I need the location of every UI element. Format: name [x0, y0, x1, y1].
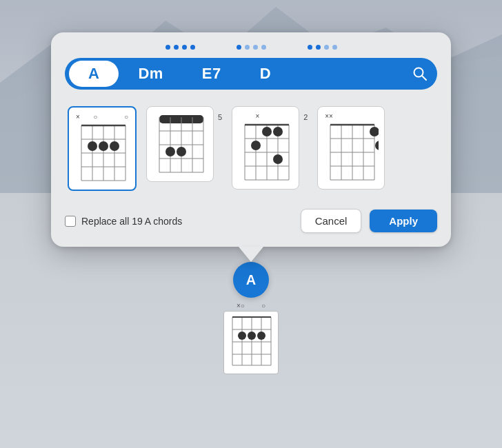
- dot-2-1: [237, 45, 241, 50]
- svg-point-65: [238, 332, 246, 340]
- dot-1-4: [190, 45, 195, 50]
- pagination-dots: [65, 45, 437, 50]
- fret-number-3: 2: [302, 106, 308, 121]
- svg-point-40: [273, 127, 283, 136]
- chord-diagram-3[interactable]: ×: [232, 106, 299, 190]
- dot-3-2: [316, 45, 321, 50]
- dot-3-3: [324, 45, 329, 50]
- svg-point-28: [177, 147, 186, 156]
- checkbox-area: Replace all 19 A chords: [65, 216, 292, 227]
- search-button[interactable]: [407, 63, 433, 84]
- chord-tab-d[interactable]: D: [241, 61, 290, 87]
- svg-line-3: [422, 76, 426, 80]
- chord-diagram-2-wrapper: 5: [146, 106, 222, 182]
- svg-point-14: [88, 141, 97, 151]
- svg-point-42: [273, 154, 283, 164]
- mini-chord-diagram: [223, 311, 279, 374]
- dot-2-3: [253, 45, 258, 50]
- dot-1-3: [182, 45, 187, 50]
- guitar-grid-2: [152, 114, 208, 176]
- chord-diagrams: × ○ ○: [65, 101, 437, 196]
- dialog-pointer: [239, 247, 263, 262]
- svg-point-66: [248, 332, 256, 340]
- dot-3-1: [308, 45, 312, 50]
- fret-markers-4: ××: [323, 112, 379, 120]
- cancel-button[interactable]: Cancel: [301, 209, 362, 233]
- mini-chord-markers: ×○ ○: [237, 302, 265, 309]
- chord-tab-e7[interactable]: E7: [183, 61, 241, 87]
- chord-tab-a[interactable]: A: [69, 61, 119, 87]
- dot-group-1: [165, 45, 195, 50]
- apply-button[interactable]: Apply: [370, 210, 437, 232]
- guitar-grid-4: [323, 121, 379, 183]
- fret-markers-1: × ○ ○: [74, 113, 130, 121]
- fret-number-2: 5: [217, 106, 222, 121]
- content-wrapper: A Dm E7 D × ○ ○: [51, 32, 451, 374]
- chord-diagram-1[interactable]: × ○ ○: [68, 106, 137, 191]
- svg-point-41: [251, 141, 261, 150]
- chord-bar: A Dm E7 D: [65, 58, 437, 90]
- dot-1-1: [165, 45, 170, 50]
- dot-3-4: [332, 45, 337, 50]
- guitar-grid-3: [238, 121, 293, 183]
- svg-point-27: [165, 147, 175, 156]
- replace-all-label: Replace all 19 A chords: [81, 216, 182, 227]
- chord-diagram-2[interactable]: [146, 106, 214, 182]
- dot-group-2: [237, 45, 266, 50]
- dot-group-3: [308, 45, 337, 50]
- search-icon: [412, 66, 428, 81]
- svg-point-39: [262, 127, 272, 136]
- mini-chord-section: A ×○ ○: [223, 262, 279, 374]
- chord-diagram-4[interactable]: ××: [317, 106, 385, 190]
- chord-tab-dm[interactable]: Dm: [119, 61, 182, 87]
- fret-markers-3: ×: [238, 112, 293, 120]
- svg-point-54: [375, 141, 379, 150]
- bubble-chord-label: A: [233, 262, 269, 298]
- chord-diagram-3-wrapper: ×: [232, 106, 308, 190]
- chord-dialog: A Dm E7 D × ○ ○: [51, 32, 451, 247]
- bottom-controls: Replace all 19 A chords Cancel Apply: [65, 209, 437, 233]
- dot-2-4: [261, 45, 266, 50]
- svg-point-53: [370, 127, 379, 136]
- svg-point-16: [110, 141, 119, 151]
- dot-1-2: [174, 45, 179, 50]
- guitar-grid-1: [74, 122, 130, 184]
- svg-point-15: [99, 141, 108, 151]
- dot-2-2: [245, 45, 250, 50]
- svg-point-67: [257, 332, 265, 340]
- replace-all-checkbox[interactable]: [65, 216, 76, 227]
